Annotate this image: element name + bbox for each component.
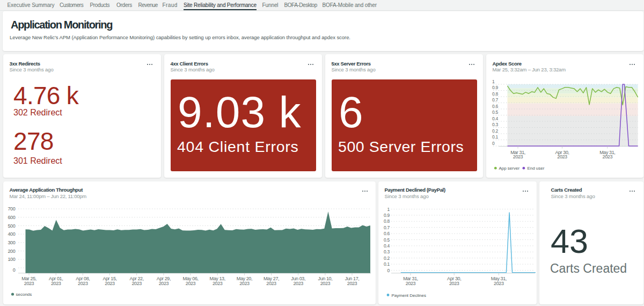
svg-text:0.6: 0.6 [384, 231, 390, 236]
svg-text:2023: 2023 [494, 281, 504, 286]
svg-text:0.7: 0.7 [384, 225, 390, 230]
svg-text:0.4: 0.4 [384, 243, 390, 249]
svg-text:0.5: 0.5 [384, 237, 390, 243]
svg-text:0: 0 [387, 268, 390, 273]
svg-text:0.8: 0.8 [384, 218, 390, 224]
svg-text:0.9: 0.9 [384, 213, 390, 218]
svg-text:Payment Declines: Payment Declines [392, 293, 426, 298]
svg-text:1: 1 [387, 207, 390, 212]
svg-text:2023: 2023 [406, 281, 416, 286]
svg-text:0.3: 0.3 [384, 249, 390, 254]
svg-text:0.1: 0.1 [384, 261, 390, 267]
svg-text:0.2: 0.2 [384, 256, 390, 261]
svg-text:2023: 2023 [449, 281, 459, 286]
